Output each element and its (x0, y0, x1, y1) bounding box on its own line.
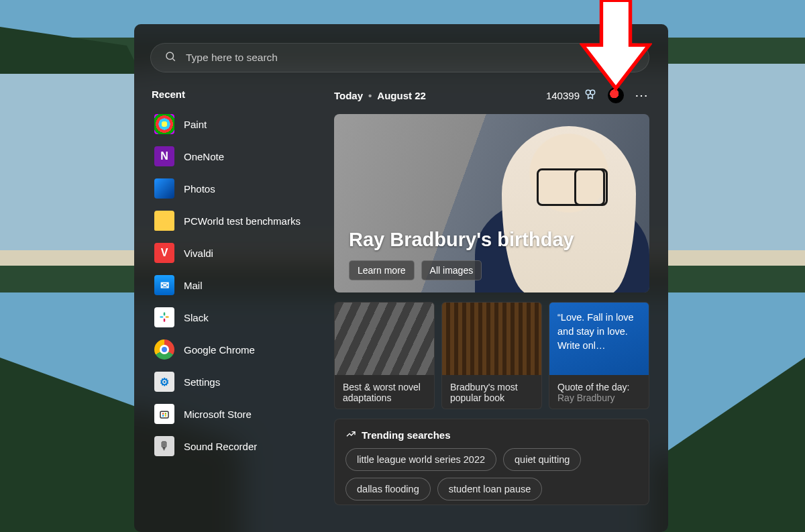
today-date: August 22 (377, 90, 426, 101)
wallpaper-decor (0, 27, 141, 74)
svg-rect-5 (164, 319, 166, 322)
recent-item-onenote[interactable]: N OneNote (150, 140, 318, 172)
hero-card[interactable]: Ray Bradbury's birthday Learn more All i… (334, 114, 649, 292)
all-images-button[interactable]: All images (421, 260, 482, 280)
recent-item-label: PCWorld test benchmarks (184, 215, 301, 227)
svg-rect-10 (165, 415, 166, 417)
recent-item-label: Paint (184, 119, 207, 130)
vivaldi-icon: V (154, 243, 174, 263)
search-input[interactable] (186, 52, 635, 64)
wallpaper-decor (651, 358, 805, 532)
recent-item-vivaldi[interactable]: V Vivaldi (150, 237, 318, 269)
card-title: Bradbury's most popular book (450, 382, 518, 403)
card-popular-book[interactable]: Bradbury's most popular book (441, 302, 542, 409)
recent-item-label: Photos (184, 183, 215, 195)
recent-list: Paint N OneNote Photos PCWorld test benc… (150, 108, 318, 462)
recent-item-label: Microsoft Store (184, 409, 252, 420)
svg-rect-9 (162, 415, 164, 417)
learn-more-button[interactable]: Learn more (349, 260, 415, 280)
svg-point-0 (166, 52, 174, 60)
recent-item-slack[interactable]: Slack (150, 301, 318, 333)
card-quote[interactable]: Love. Fall in love and stay in love. Wri… (549, 302, 649, 409)
related-cards: Best & worst novel adaptations Bradbury'… (334, 302, 649, 409)
onenote-icon: N (154, 146, 174, 166)
store-icon (154, 404, 174, 424)
recent-item-chrome[interactable]: Google Chrome (150, 333, 318, 366)
photos-icon (154, 178, 174, 199)
content-column: Today • August 22 140399 (334, 86, 649, 519)
recent-item-label: Vivaldi (184, 248, 213, 259)
trending-pill[interactable]: dallas flooding (345, 478, 431, 500)
paint-icon (154, 114, 174, 134)
today-header: Today • August 22 140399 (334, 86, 649, 105)
trending-pill[interactable]: quiet quitting (503, 448, 581, 471)
recent-item-label: OneNote (184, 151, 224, 162)
more-button[interactable]: ⋯ (635, 89, 649, 102)
svg-line-1 (172, 58, 174, 60)
recent-item-label: Sound Recorder (184, 441, 257, 452)
search-icon (164, 50, 186, 65)
hero-image-decor (502, 126, 636, 292)
recent-item-mail[interactable]: ✉ Mail (150, 269, 318, 301)
svg-rect-7 (162, 413, 164, 415)
recent-item-label: Mail (184, 280, 203, 291)
trending-section: Trending searches little league world se… (334, 419, 649, 505)
trending-pill[interactable]: little league world series 2022 (345, 448, 496, 471)
svg-rect-6 (160, 411, 168, 418)
settings-icon: ⚙ (154, 372, 174, 392)
recent-heading: Recent (152, 89, 318, 100)
desktop-wallpaper: Recent Paint N OneNote Photos (0, 0, 805, 532)
recent-item-settings[interactable]: ⚙ Settings (150, 366, 318, 398)
today-label: Today (334, 90, 363, 101)
card-thumb (335, 303, 434, 375)
recent-item-label: Google Chrome (184, 344, 255, 356)
card-quote-text: Love. Fall in love and stay in love. Wri… (549, 303, 649, 375)
microphone-icon: 🎙 (154, 436, 174, 456)
search-bar[interactable] (150, 43, 649, 72)
user-avatar[interactable] (608, 87, 624, 103)
svg-rect-3 (166, 316, 169, 318)
trending-heading: Trending searches (362, 429, 451, 441)
card-title: Best & worst novel adaptations (343, 382, 421, 403)
recent-item-label: Slack (184, 312, 209, 323)
chrome-icon (154, 339, 174, 360)
recent-item-folder[interactable]: PCWorld test benchmarks (150, 205, 318, 237)
card-adaptations[interactable]: Best & worst novel adaptations (334, 302, 435, 409)
slack-icon (154, 307, 174, 327)
svg-point-12 (590, 90, 595, 95)
hero-title: Ray Bradbury's birthday (349, 229, 574, 251)
recent-sidebar: Recent Paint N OneNote Photos (150, 86, 318, 519)
mail-icon: ✉ (154, 275, 174, 295)
rewards-points[interactable]: 140399 (546, 88, 597, 103)
trending-pill[interactable]: student loan pause (437, 478, 543, 500)
card-title: Quote of the day: (557, 382, 629, 392)
recent-item-store[interactable]: Microsoft Store (150, 398, 318, 430)
recent-item-label: Settings (184, 376, 220, 388)
svg-rect-8 (165, 413, 166, 415)
recent-item-recorder[interactable]: 🎙 Sound Recorder (150, 430, 318, 462)
card-subtitle: Ray Bradbury (557, 392, 615, 403)
card-thumb (442, 303, 541, 375)
svg-rect-2 (160, 316, 163, 318)
svg-point-11 (586, 90, 590, 95)
search-flyout-panel: Recent Paint N OneNote Photos (134, 24, 668, 532)
recent-item-paint[interactable]: Paint (150, 108, 318, 140)
recent-item-photos[interactable]: Photos (150, 172, 318, 205)
separator-dot: • (368, 90, 372, 101)
points-value: 140399 (546, 90, 580, 101)
rewards-icon (584, 88, 597, 103)
svg-rect-4 (164, 313, 166, 316)
folder-icon (154, 211, 174, 231)
trending-icon (345, 429, 356, 441)
